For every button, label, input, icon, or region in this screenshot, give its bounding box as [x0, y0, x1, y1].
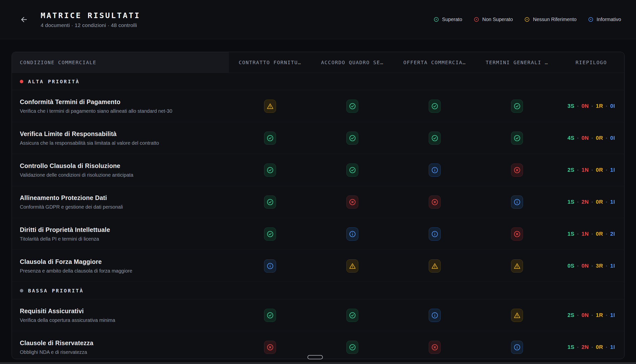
condition-cell: Requisiti Assicurativi Verifica della co…: [12, 299, 229, 331]
page-title: MATRICE RISULTATI: [41, 11, 140, 20]
condition-title: Diritti di Proprietà Intellettuale: [20, 226, 229, 234]
info-circle-icon: [513, 344, 521, 351]
status-badge[interactable]: [346, 164, 358, 177]
status-badge[interactable]: [346, 132, 358, 145]
doc-column-header[interactable]: CONTRATTO FORNITU…: [229, 52, 311, 72]
check-circle-icon: [266, 134, 274, 142]
status-badge[interactable]: [264, 164, 276, 177]
doc-column-header[interactable]: ACCORDO QUADRO SE…: [311, 52, 393, 72]
status-cell: [229, 186, 311, 218]
summary-separator: ·: [606, 312, 607, 318]
summary-ref-count: 0R: [596, 167, 603, 173]
status-badge[interactable]: [511, 309, 523, 322]
condition-title: Clausola di Forza Maggiore: [20, 258, 229, 266]
back-button[interactable]: [17, 12, 31, 27]
status-badge[interactable]: [264, 132, 276, 145]
status-cell: [311, 154, 393, 186]
status-badge[interactable]: [511, 164, 523, 177]
summary-info-count: 1I: [610, 312, 615, 318]
legend-item-label: Superato: [442, 16, 462, 22]
row-summary: 2S·0N·1R·1I: [558, 299, 624, 331]
status-badge[interactable]: [346, 341, 358, 354]
check-circle-icon: [431, 134, 439, 142]
condition-title: Clausole di Riservatezza: [20, 340, 229, 347]
check-circle-icon: [266, 230, 274, 238]
summary-info-count: 1I: [610, 344, 615, 350]
summary-pass-count: 0S: [567, 263, 574, 269]
status-badge[interactable]: [346, 260, 358, 272]
status-badge[interactable]: [511, 228, 523, 240]
condition-row: Diritti di Proprietà Intellettuale Titol…: [12, 218, 624, 250]
warning-triangle-icon: [349, 262, 356, 270]
status-cell: [393, 299, 476, 331]
check-circle-icon: [513, 134, 521, 142]
summary-fail-count: 2N: [581, 344, 589, 350]
condition-title: Controllo Clausola di Risoluzione: [20, 162, 229, 170]
summary-fail-count: 1N: [581, 231, 589, 237]
condition-title: Requisiti Assicurativi: [20, 308, 229, 315]
status-badge[interactable]: [264, 196, 276, 209]
status-badge[interactable]: [346, 196, 358, 209]
condition-cell: Diritti di Proprietà Intellettuale Titol…: [12, 218, 229, 250]
status-cell: [229, 154, 311, 186]
check-circle-icon: [266, 198, 274, 206]
status-badge[interactable]: [429, 132, 441, 145]
condition-subtitle: Presenza e ambito della clausola di forz…: [20, 268, 229, 274]
status-badge[interactable]: [429, 260, 441, 272]
status-badge[interactable]: [429, 309, 441, 322]
condition-row: Verifica Limite di Responsabilità Assicu…: [12, 122, 624, 154]
status-badge[interactable]: [346, 100, 358, 113]
status-badge[interactable]: [264, 309, 276, 322]
summary-info-count: 1I: [610, 199, 615, 205]
status-badge[interactable]: [511, 100, 523, 113]
doc-column-header[interactable]: TERMINI GENERALI …: [476, 52, 558, 72]
warning-triangle-icon: [266, 102, 274, 110]
status-badge[interactable]: [264, 100, 276, 113]
status-cell: [476, 90, 558, 122]
status-badge[interactable]: [429, 100, 441, 113]
status-badge[interactable]: [346, 309, 358, 322]
status-cell: [311, 331, 393, 359]
summary-separator: ·: [577, 135, 579, 141]
status-cell: [393, 250, 476, 282]
status-badge[interactable]: [429, 341, 441, 354]
condition-subtitle: Verifica che i termini di pagamento sian…: [20, 108, 229, 114]
status-badge[interactable]: [511, 341, 523, 354]
condition-cell: Allineamento Protezione Dati Conformità …: [12, 186, 229, 218]
title-block: MATRICE RISULTATI 4 documenti · 12 condi…: [41, 11, 140, 28]
status-badge[interactable]: [346, 228, 358, 240]
scroll-handle[interactable]: [307, 355, 323, 359]
status-cell: [311, 299, 393, 331]
status-badge[interactable]: [511, 132, 523, 145]
status-badge[interactable]: [429, 228, 441, 240]
status-cell: [393, 186, 476, 218]
summary-ref-count: 1R: [596, 312, 603, 318]
status-badge[interactable]: [511, 260, 523, 272]
summary-separator: ·: [577, 103, 579, 109]
summary-info-count: 0I: [610, 103, 615, 109]
summary-fail-count: 0N: [581, 135, 589, 141]
summary-separator: ·: [606, 263, 607, 269]
status-cell: [393, 122, 476, 154]
x-circle-icon: [431, 198, 439, 206]
status-badge[interactable]: [511, 196, 523, 209]
summary-separator: ·: [577, 344, 579, 350]
condition-row: Controllo Clausola di Risoluzione Valida…: [12, 154, 624, 186]
status-badge[interactable]: [429, 164, 441, 177]
summary-separator: ·: [591, 199, 593, 205]
status-cell: [476, 218, 558, 250]
status-badge[interactable]: [264, 341, 276, 354]
info-circle-icon: [431, 230, 439, 238]
legend-item: Superato: [433, 16, 462, 22]
condition-subtitle: Verifica della copertura assicurativa mi…: [20, 318, 229, 323]
status-badge[interactable]: [429, 196, 441, 209]
condition-cell: Controllo Clausola di Risoluzione Valida…: [12, 154, 229, 186]
summary-fail-count: 1N: [581, 167, 589, 173]
status-badge[interactable]: [264, 260, 276, 272]
warning-triangle-icon: [431, 262, 439, 270]
status-cell: [476, 299, 558, 331]
info-circle-icon: [266, 262, 274, 270]
doc-column-header[interactable]: OFFERTA COMMERCIA…: [393, 52, 476, 72]
x-circle-icon: [513, 166, 521, 174]
status-badge[interactable]: [264, 228, 276, 240]
